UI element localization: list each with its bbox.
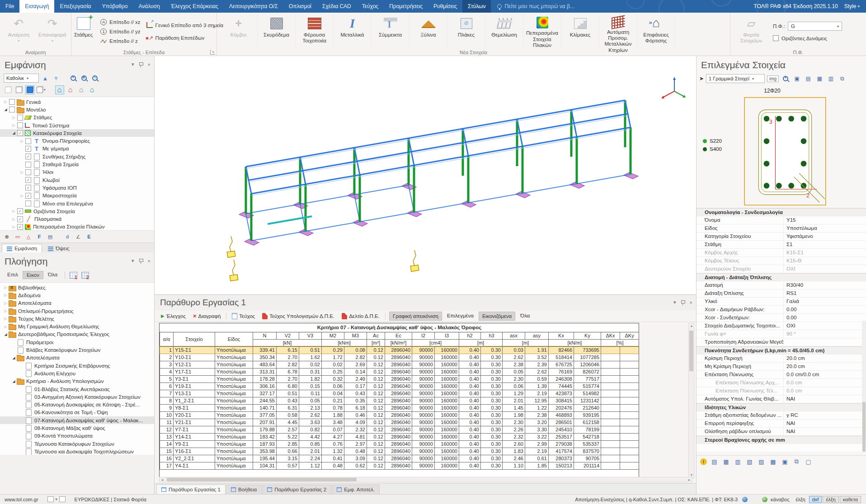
- document-tab[interactable]: Παράθυρο Εργασίας 2: [262, 485, 331, 494]
- property-row[interactable]: Γωνία φ= 90 °: [697, 330, 866, 338]
- view-toggle-button[interactable]: Εικονιζόμενα: [479, 312, 515, 321]
- menu-item[interactable]: Υπόβαθρο: [97, 0, 133, 13]
- expander-icon[interactable]: [11, 123, 17, 127]
- menu-item[interactable]: File: [0, 0, 19, 13]
- property-row[interactable]: Στερεοί Βραχίονες αρχής σε mm: [697, 436, 866, 444]
- new-element-button[interactable]: Κλίμακες: [561, 14, 599, 48]
- property-row[interactable]: Όνομα Y15: [697, 216, 866, 224]
- website-link[interactable]: www.tol.com.gr: [0, 497, 43, 502]
- style-menu[interactable]: Style▾: [844, 3, 860, 9]
- nav-tree-item[interactable]: Δευτεροβάθμιος Προσεισμικός Έλεγχος: [0, 331, 154, 338]
- tree-item[interactable]: Μακροστοιχεία: [0, 192, 154, 200]
- columns-view-icon[interactable]: ▥: [826, 74, 835, 83]
- property-row[interactable]: Xcor - Συνδετήρων: 0.00: [697, 314, 866, 322]
- new-element-button[interactable]: Επιφάνειες Φόρτισης: [637, 14, 675, 48]
- property-row[interactable]: Ολίσθηση ράβδων οπλισμού ΝΑΙ: [697, 428, 866, 436]
- dialog-launcher-icon[interactable]: ↘: [210, 50, 215, 55]
- property-value[interactable]: [772, 274, 866, 281]
- panel-menu-icon[interactable]: ▾: [673, 299, 676, 305]
- table-row[interactable]: 2 Y10-Σ1 Υποστύλωμα 350.34 2.70 1.62 1.7…: [160, 354, 639, 361]
- property-row[interactable]: Κατηγορία Στοιχείου Υφιστάμενο: [697, 233, 866, 241]
- zoom-window-icon[interactable]: [69, 74, 78, 83]
- property-value[interactable]: [746, 404, 866, 411]
- property-value[interactable]: ΝΑΙ: [783, 420, 866, 427]
- nav-tree-item[interactable]: 09-Κοντά Υποστυλώματα: [0, 432, 154, 440]
- property-value[interactable]: ΝΑΙ: [783, 428, 866, 435]
- expander-icon[interactable]: [3, 317, 9, 321]
- property-row[interactable]: Υλικό Γαλιά: [697, 298, 866, 306]
- layers-icon[interactable]: [47, 496, 54, 502]
- expander-icon[interactable]: [19, 139, 25, 143]
- menu-item[interactable]: Στύλων: [462, 0, 491, 13]
- table-row[interactable]: 1 Y15-Σ1 Υποστύλωμα 339.41 6.15 0.51 0.2…: [160, 346, 639, 354]
- new-element-button[interactable]: Φέρουσα Τοιχοποιία: [296, 14, 334, 48]
- tree-checkbox[interactable]: [25, 201, 31, 206]
- nav-tree-item[interactable]: 03-Ανηγμένη Αξονική Κατακόρυφων Στοιχείω…: [0, 393, 154, 401]
- nav-tree-item[interactable]: Αποτελέσματα: [0, 354, 154, 362]
- expander-icon[interactable]: [11, 116, 17, 120]
- tree-checkbox[interactable]: [25, 154, 31, 159]
- property-value[interactable]: Y15: [783, 216, 866, 224]
- menu-item[interactable]: Σχέδια CAD: [317, 0, 357, 13]
- zoom-orbit-icon[interactable]: [90, 74, 99, 83]
- snap-toggle-button[interactable]: κάναβος: [768, 496, 792, 503]
- menu-item[interactable]: Έλεγχος Επάρκειας: [165, 0, 224, 13]
- property-row[interactable]: Ονοματολογία - Συνδεσμολογία: [697, 208, 866, 216]
- tree-item[interactable]: Οριζόντια Στοιχεία: [0, 207, 154, 215]
- tree-item[interactable]: Μοντέλο: [0, 106, 154, 113]
- property-value[interactable]: 0.0 cm: [783, 379, 866, 387]
- property-row[interactable]: Μη Κρίσιμη Περιοχή 20.0 cm: [697, 363, 866, 371]
- level-up-button[interactable]: ▲: [41, 74, 50, 83]
- tree-checkbox[interactable]: [17, 122, 23, 128]
- scope-combobox[interactable]: Καθολικ▾: [4, 74, 39, 83]
- table-view-button[interactable]: 1: [69, 271, 78, 280]
- table-row[interactable]: 3 Y12-Σ1 Υποστύλωμα 483.64 2.82 0.02 0.0…: [160, 361, 639, 368]
- expander-icon[interactable]: [3, 309, 9, 313]
- export-icon[interactable]: ⧉: [792, 457, 801, 466]
- nav-tree-item[interactable]: Μη Γραμμική Ανάλυση Θεμελίωσης: [0, 322, 154, 330]
- tree-item[interactable]: Υφάσματα ΙΟΠ: [0, 184, 154, 191]
- horizontal-forces-checkbox[interactable]: Οριζόντιες Δυνάμεις: [773, 35, 842, 41]
- snap-toggle-button[interactable]: dxf: [809, 496, 822, 503]
- levels-button[interactable]: Στάθμες: [74, 14, 93, 48]
- table-icon[interactable]: ▦: [722, 457, 730, 466]
- nav-tree-item[interactable]: Τεύχος Μελέτης: [0, 315, 154, 322]
- undo-button[interactable]: ↶ Αναίρεση▾: [3, 14, 35, 48]
- solid-model-view-icon[interactable]: ⌂: [77, 85, 86, 94]
- frame-view-icon[interactable]: ⌂: [66, 85, 75, 94]
- solid-view-icon[interactable]: [25, 85, 34, 94]
- property-row[interactable]: Στάθμη Σ1: [697, 241, 866, 249]
- property-value[interactable]: R30/40: [783, 281, 866, 289]
- tree-checkbox[interactable]: [17, 115, 23, 121]
- expander-icon[interactable]: [11, 217, 17, 221]
- tree-item[interactable]: Πεπερασμένα Στοιχεία Πλακών: [0, 223, 154, 230]
- snap-status-icon[interactable]: [762, 497, 767, 502]
- property-row[interactable]: Xcor - Διαμήκων Ράβδων: 0.00: [697, 306, 866, 314]
- nav-tree-item[interactable]: Κριτήρια - Ανάλυση Υπολογισμών: [0, 378, 154, 385]
- property-value[interactable]: [785, 436, 866, 443]
- tree-item[interactable]: Κατακόρυφα Στοιχεία: [0, 129, 154, 137]
- nav-tree-item[interactable]: Οπλισμοί-Προμετρήσεις: [0, 307, 154, 315]
- splitter-handle[interactable]: · · · · · · · ·: [697, 452, 866, 455]
- property-value[interactable]: 0.0 cm/0.0 cm: [783, 371, 866, 378]
- table-view-button[interactable]: 2: [80, 271, 89, 280]
- expander-icon[interactable]: [11, 379, 17, 383]
- nav-tree-item[interactable]: Βιβλιοθήκες: [0, 284, 154, 291]
- panel-menu-icon[interactable]: ▾: [132, 258, 134, 264]
- property-row[interactable]: Κόμβος Τέλους Κ15-Θ: [697, 257, 866, 265]
- property-value[interactable]: ΟΧΙ: [783, 322, 866, 330]
- property-value[interactable]: 0.00: [783, 314, 866, 322]
- table-row[interactable]: 10 Y20-Σ1 Υποστύλωμα 377.05 0.58 2.62 1.…: [160, 411, 639, 419]
- properties-copy-icon[interactable]: ▤: [46, 233, 54, 241]
- new-element-button[interactable]: Θεμελίωση: [485, 14, 523, 48]
- report-icon[interactable]: ▧: [745, 457, 754, 466]
- wireframe-view-icon[interactable]: [4, 85, 13, 94]
- nav-tree-item[interactable]: Κριτήρια Σεισμικής Επιβάρυνσης: [0, 362, 154, 369]
- tree-checkbox[interactable]: [9, 107, 15, 112]
- property-value[interactable]: Γαλιά: [783, 298, 866, 305]
- expander-icon[interactable]: [3, 325, 9, 329]
- print-icon[interactable]: ▢: [804, 457, 813, 466]
- nav-tree-item[interactable]: 01-Βλάβες Στατικής Ανεπάρκειας: [0, 385, 154, 393]
- copy-icon[interactable]: ⧉: [838, 74, 847, 83]
- property-value[interactable]: ΝΑΙ: [783, 395, 866, 403]
